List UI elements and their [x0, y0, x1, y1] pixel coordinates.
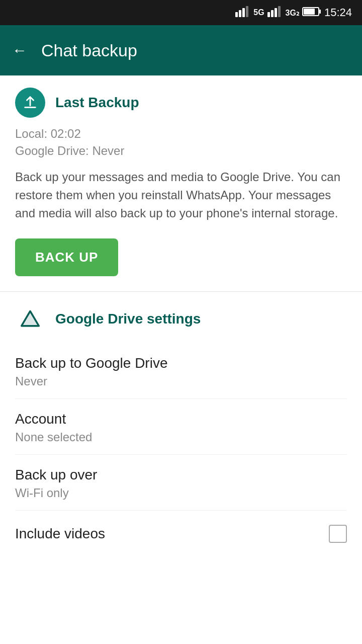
account-value: None selected — [15, 430, 347, 444]
backup-over-label: Back up over — [15, 467, 347, 483]
google-drive-settings-section: Google Drive settings Back up to Google … — [0, 292, 362, 560]
network-signal-icon — [235, 6, 250, 19]
local-time: Local: 02:02 — [15, 127, 347, 141]
backup-frequency-value: Never — [15, 374, 347, 388]
last-backup-section: Last Backup Local: 02:02 Google Drive: N… — [0, 75, 362, 291]
backup-over-value: Wi-Fi only — [15, 486, 347, 500]
content: Last Backup Local: 02:02 Google Drive: N… — [0, 75, 362, 560]
app-bar-title: Chat backup — [41, 41, 137, 60]
status-icons: 5G 3G₂ 15:24 — [235, 6, 352, 19]
svg-rect-2 — [242, 8, 245, 17]
drive-icon — [15, 304, 45, 334]
backup-button[interactable]: BACK UP — [15, 238, 118, 276]
network-signal-icon-2 — [267, 6, 283, 19]
battery-icon — [302, 7, 321, 19]
google-drive-settings-title: Google Drive settings — [55, 311, 201, 327]
last-backup-details: Local: 02:02 Google Drive: Never — [15, 127, 347, 158]
svg-rect-4 — [267, 12, 270, 17]
include-videos-label: Include videos — [15, 526, 105, 542]
last-backup-header: Last Backup — [15, 88, 347, 118]
status-bar: 5G 3G₂ 15:24 — [0, 0, 362, 25]
svg-rect-7 — [278, 6, 281, 17]
google-drive-status: Google Drive: Never — [15, 144, 347, 158]
include-videos-row[interactable]: Include videos — [15, 511, 347, 555]
svg-rect-6 — [275, 8, 277, 17]
account-label: Account — [15, 411, 347, 427]
last-backup-title: Last Backup — [55, 95, 139, 111]
svg-rect-3 — [246, 6, 248, 17]
backup-description: Back up your messages and media to Googl… — [15, 168, 347, 222]
google-drive-header: Google Drive settings — [15, 304, 347, 334]
network-type-label-2: 3G₂ — [286, 8, 299, 18]
account-row[interactable]: Account None selected — [15, 399, 347, 455]
svg-rect-9 — [319, 10, 321, 14]
backup-frequency-label: Back up to Google Drive — [15, 355, 347, 371]
back-button[interactable]: ← — [12, 42, 27, 59]
upload-icon — [15, 88, 45, 118]
svg-rect-1 — [239, 10, 241, 17]
backup-over-row[interactable]: Back up over Wi-Fi only — [15, 455, 347, 511]
svg-rect-10 — [304, 9, 315, 15]
status-bar-time: 15:24 — [324, 6, 352, 19]
app-bar: ← Chat backup — [0, 25, 362, 75]
network-type-label: 5G — [253, 8, 264, 17]
backup-frequency-row[interactable]: Back up to Google Drive Never — [15, 343, 347, 399]
svg-rect-0 — [235, 12, 238, 17]
include-videos-checkbox[interactable] — [329, 525, 347, 543]
svg-rect-5 — [271, 10, 274, 17]
